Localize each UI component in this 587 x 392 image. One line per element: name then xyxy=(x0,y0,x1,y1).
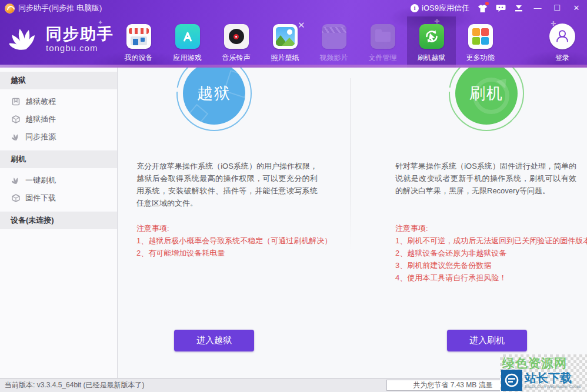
vinyl-record-icon xyxy=(224,24,249,49)
info-icon: i xyxy=(411,4,419,12)
sidebar-item-label: 同步推源 xyxy=(25,132,56,142)
store-icon xyxy=(126,24,151,49)
jailbreak-description: 充分开放苹果操作系统（iOS系统）的用户操作权限，越狱后会取得系统最高的操作权限… xyxy=(136,160,318,209)
watermark-green-text: 绿色资源网 xyxy=(502,355,567,371)
version-text: 当前版本: v3.3.4.5_64bit (已经是最新版本了) xyxy=(5,378,144,392)
more-grid-icon xyxy=(468,24,493,49)
ios9-trust-link[interactable]: i iOS9应用信任 xyxy=(411,3,469,14)
notification-dot xyxy=(485,2,489,5)
main-nav: 我的设备 应用游戏 音乐铃声 照片壁纸 视频影片 xyxy=(114,16,505,68)
flash-description: 针对苹果操作系统（iOS系统）固件进行处理，简单的说就是改变或者更新手机的操作系… xyxy=(395,160,576,197)
sidebar-item-label: 固件下载 xyxy=(25,193,56,203)
enter-flash-button[interactable]: 进入刷机 xyxy=(447,330,527,351)
nav-label: 视频影片 xyxy=(320,53,348,63)
tray-arrow-icon xyxy=(515,5,523,12)
nav-item-my-devices[interactable]: 我的设备 xyxy=(114,16,163,68)
column-divider xyxy=(351,78,351,252)
app-logo-icon xyxy=(5,4,15,14)
maximize-button[interactable]: ☐ xyxy=(551,4,563,13)
sidebar-section-flash: 刷机 xyxy=(0,150,117,168)
titlebar[interactable]: 同步助手(同步推 电脑版) i iOS9应用信任 — ☐ ✕ xyxy=(0,0,587,16)
jailbreak-notes: 注意事项: 1、越狱后极小概率会导致系统不稳定（可通过刷机解决） 2、有可能增加… xyxy=(136,222,325,259)
box-icon xyxy=(12,194,20,202)
tongbu-wing-icon xyxy=(9,24,40,54)
sidebar-item-one-key-flash[interactable]: 一键刷机 xyxy=(0,172,117,189)
login-label: 登录 xyxy=(555,53,569,63)
sidebar-item-tongbu-source[interactable]: 同步推源 xyxy=(0,128,117,146)
nav-label: 刷机越狱 xyxy=(418,53,446,63)
nav-label: 音乐铃声 xyxy=(222,53,251,63)
nav-label: 文件管理 xyxy=(369,53,397,63)
wing-icon xyxy=(12,133,20,141)
note-line: 2、有可能增加设备耗电量 xyxy=(136,247,325,259)
book-icon xyxy=(12,98,20,106)
flash-circle[interactable]: 刷机 xyxy=(455,68,518,125)
sidebar-item-firmware-download[interactable]: 固件下载 xyxy=(0,189,117,207)
nav-item-apps-games[interactable]: 应用游戏 xyxy=(163,16,212,68)
note-line: 2、越狱设备会还原为非越狱设备 xyxy=(395,247,583,259)
sidebar: 越狱 越狱教程 越狱插件 同步推源 刷机 一键刷机 固件下载 xyxy=(0,68,118,378)
main-content: 越狱 刷机 充分开放苹果操作系统（iOS系统）的用户操作权限，越狱后会取得系统最… xyxy=(118,68,587,378)
jailbreak-ring: 越狱 xyxy=(176,68,252,131)
note-line: 1、越狱后极小概率会导致系统不稳定（可通过刷机解决） xyxy=(136,234,325,247)
user-icon xyxy=(549,24,575,49)
statusbar: 当前版本: v3.3.4.5_64bit (已经是最新版本了) 共为您节省 7.… xyxy=(0,378,587,392)
note-line: 1、刷机不可逆，成功后无法返回到已关闭验证的固件版本 xyxy=(395,234,583,247)
chat-bubble-icon xyxy=(496,4,506,12)
app-window: ✦ ✕ ✚ ✚ 同步助手(同步推 电脑版) i iOS9应用信任 xyxy=(0,0,587,392)
close-button[interactable]: ✕ xyxy=(571,4,582,13)
nav-item-file-manager[interactable]: 文件管理 xyxy=(358,16,407,68)
notes-title: 注意事项: xyxy=(136,222,325,234)
sidebar-item-jailbreak-tutorial[interactable]: 越狱教程 xyxy=(0,93,117,110)
box-icon xyxy=(12,115,20,123)
sidebar-section-jailbreak: 越狱 xyxy=(0,72,117,89)
feedback-button[interactable] xyxy=(495,4,506,13)
minimize-button[interactable]: — xyxy=(532,4,543,13)
note-line: 3、刷机前建议您先备份数据 xyxy=(395,259,583,272)
flash-circle-label: 刷机 xyxy=(469,83,503,104)
logo-subtitle: tongbu.com xyxy=(46,43,114,53)
header: ✦ ✕ ✚ ✚ 同步助手(同步推 电脑版) i iOS9应用信任 xyxy=(0,0,587,68)
sidebar-item-label: 越狱教程 xyxy=(25,96,56,107)
clapperboard-icon xyxy=(322,24,346,49)
sidebar-item-label: 越狱插件 xyxy=(25,114,56,125)
photos-icon xyxy=(273,24,298,49)
notes-title: 注意事项: xyxy=(395,222,583,234)
wing-icon xyxy=(12,176,20,185)
nav-item-music-ringtones[interactable]: 音乐铃声 xyxy=(212,16,261,68)
watermark-blue-text: 站长下载 xyxy=(525,372,581,384)
nav-label: 应用游戏 xyxy=(174,53,202,63)
sidebar-item-label: 一键刷机 xyxy=(25,175,56,186)
flash-ring: 刷机 xyxy=(449,68,524,131)
login-button[interactable]: 登录 xyxy=(549,24,575,63)
enter-jailbreak-button[interactable]: 进入越狱 xyxy=(174,330,254,351)
note-line: 4、使用本工具请自行承担风险！ xyxy=(395,272,583,284)
nav-label: 照片壁纸 xyxy=(271,53,299,63)
folder-icon xyxy=(371,24,395,49)
nav-item-photos-wallpapers[interactable]: 照片壁纸 xyxy=(261,16,309,68)
app-logo: 同步助手 tongbu.com xyxy=(9,24,114,54)
webmaster-logo-icon xyxy=(501,370,522,391)
appstore-icon xyxy=(175,24,200,49)
jailbreak-circle-label: 越狱 xyxy=(197,83,231,104)
nav-label: 更多功能 xyxy=(466,53,495,63)
flash-jailbreak-icon xyxy=(419,24,444,49)
ios9-trust-label: iOS9应用信任 xyxy=(422,3,469,14)
nav-label: 我的设备 xyxy=(125,53,153,63)
window-title: 同步助手(同步推 电脑版) xyxy=(18,3,102,14)
sidebar-section-device: 设备(未连接) xyxy=(0,212,117,229)
minimize-to-tray-button[interactable] xyxy=(513,4,524,13)
jailbreak-circle[interactable]: 越狱 xyxy=(183,68,245,125)
logo-title: 同步助手 xyxy=(46,25,114,43)
nav-item-videos[interactable]: 视频影片 xyxy=(309,16,358,68)
skin-button[interactable] xyxy=(477,4,488,13)
watermark: 绿色资源网 站长下载 Eaccx.Com Webmaster Codes xyxy=(500,354,587,392)
watermark-blue-subtext: Eaccx.Com Webmaster Codes xyxy=(525,384,581,388)
flash-notes: 注意事项: 1、刷机不可逆，成功后无法返回到已关闭验证的固件版本 2、越狱设备会… xyxy=(395,222,583,284)
nav-item-more-features[interactable]: 更多功能 xyxy=(456,16,505,68)
sidebar-item-jailbreak-plugins[interactable]: 越狱插件 xyxy=(0,110,117,128)
nav-item-flash-jailbreak[interactable]: 刷机越狱 xyxy=(407,16,456,68)
